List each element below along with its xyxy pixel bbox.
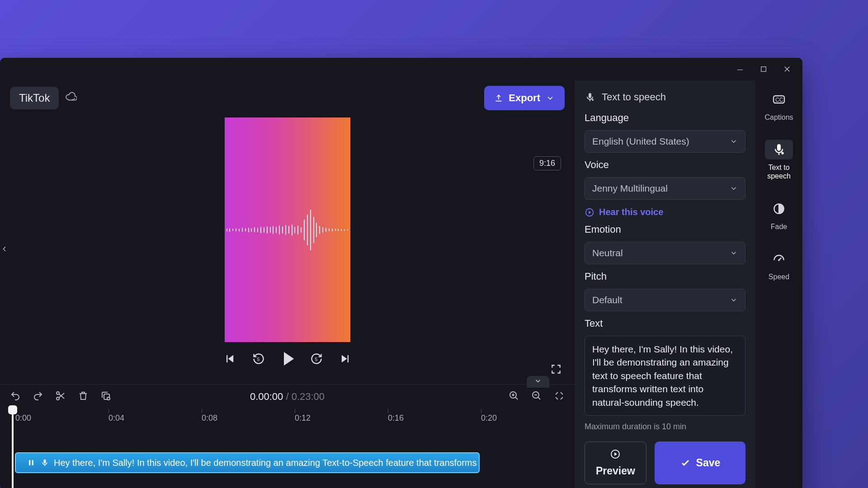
voice-select[interactable]: Jenny Multilingual (585, 177, 745, 200)
duplicate-button[interactable] (100, 390, 111, 403)
microphone-icon (772, 142, 786, 157)
svg-point-6 (57, 392, 59, 394)
split-button[interactable] (55, 390, 66, 403)
ruler-tick: 0:00 (15, 413, 31, 423)
zoom-in-button[interactable] (509, 390, 519, 403)
ruler-tick: 0:12 (295, 413, 311, 423)
timeline: 0.00:00 / 0.23:00 0:00 0:04 0:08 0:12 0:… (0, 384, 575, 488)
waveform-graphic (225, 203, 350, 257)
export-label: Export (509, 92, 540, 104)
svg-rect-15 (589, 93, 591, 98)
rewind-5-button[interactable]: 5 (252, 352, 265, 366)
svg-point-24 (778, 259, 780, 261)
delete-button[interactable] (78, 390, 89, 403)
tts-panel: Text to speech Language English (United … (575, 80, 755, 488)
pitch-value: Default (592, 295, 623, 305)
clip-text: Hey there, I'm Sally! In this video, I'l… (54, 458, 480, 468)
forward-5-button[interactable]: 5 (310, 352, 323, 366)
microphone-icon (585, 92, 595, 103)
svg-rect-21 (777, 144, 781, 151)
pitch-select[interactable]: Default (585, 289, 745, 311)
svg-rect-12 (29, 460, 30, 465)
rail-captions[interactable]: CC Captions (763, 86, 795, 125)
playhead[interactable] (12, 409, 14, 488)
chevron-down-icon (730, 137, 738, 145)
pitch-label: Pitch (585, 271, 745, 282)
preview-button[interactable]: Preview (585, 441, 646, 484)
editor-header: TikTok Export (0, 80, 575, 116)
language-label: Language (585, 112, 745, 124)
preview-label: Preview (596, 465, 635, 477)
tts-hint: Maximum duration is 10 min (585, 422, 745, 432)
chevron-down-icon (730, 184, 738, 192)
timeline-toolbar: 0.00:00 / 0.23:00 (0, 385, 575, 409)
svg-text:5: 5 (315, 357, 317, 362)
speed-icon (772, 252, 786, 266)
preview-canvas[interactable] (225, 117, 350, 342)
chevron-down-icon (730, 296, 738, 304)
ruler-tick: 0:20 (481, 413, 497, 423)
svg-text:CC: CC (775, 97, 783, 103)
svg-point-7 (57, 397, 59, 400)
tts-panel-header: Text to speech (585, 91, 745, 103)
play-circle-icon (610, 449, 621, 460)
collapse-left-button[interactable] (0, 235, 10, 264)
hear-voice-button[interactable]: Hear this voice (585, 207, 745, 217)
voice-value: Jenny Multilingual (592, 183, 668, 194)
microphone-icon (40, 458, 49, 467)
undo-button[interactable] (10, 390, 21, 403)
redo-button[interactable] (33, 390, 43, 403)
language-select[interactable]: English (United States) (585, 130, 745, 153)
rail-fade[interactable]: Fade (763, 195, 795, 235)
project-name-pill[interactable]: TikTok (10, 87, 59, 109)
svg-text:5: 5 (257, 357, 259, 362)
zoom-out-button[interactable] (531, 390, 542, 403)
svg-point-16 (592, 99, 594, 101)
next-frame-button[interactable] (339, 352, 352, 366)
aspect-ratio-badge[interactable]: 9:16 (533, 156, 561, 170)
timeline-ruler[interactable]: 0:00 0:04 0:08 0:12 0:16 0:20 (0, 409, 575, 429)
ruler-tick: 0:04 (108, 413, 124, 423)
chevron-down-icon (546, 94, 555, 103)
tts-text-input[interactable]: Hey there, I'm Sally! In this video, I'l… (585, 336, 745, 416)
voice-label: Voice (585, 159, 745, 171)
svg-rect-13 (32, 460, 33, 465)
rail-speed[interactable]: Speed (763, 245, 795, 285)
prev-frame-button[interactable] (223, 352, 236, 366)
rail-text-to-speech[interactable]: Text to speech (763, 136, 795, 184)
zoom-fit-button[interactable] (554, 390, 565, 403)
fullscreen-button[interactable] (550, 363, 562, 377)
tts-panel-title: Text to speech (602, 91, 666, 103)
svg-point-22 (781, 152, 783, 155)
language-value: English (United States) (592, 136, 689, 147)
transport-controls: 5 5 (223, 342, 352, 372)
tts-clip[interactable]: Hey there, I'm Sally! In this video, I'l… (15, 452, 480, 473)
right-rail: CC Captions Text to speech Fade Speed (755, 80, 802, 488)
svg-rect-1 (761, 67, 766, 72)
save-button[interactable]: Save (655, 441, 745, 484)
ruler-tick: 0:16 (388, 413, 404, 423)
svg-rect-14 (44, 460, 46, 464)
save-label: Save (696, 457, 721, 469)
hear-voice-label: Hear this voice (599, 207, 663, 217)
minimize-button[interactable] (736, 65, 745, 74)
timeline-tracks[interactable]: Hey there, I'm Sally! In this video, I'l… (0, 429, 575, 488)
play-circle-icon (585, 207, 594, 217)
preview-area: 9:16 5 5 (0, 116, 575, 384)
maximize-button[interactable] (759, 65, 768, 74)
emotion-label: Emotion (585, 224, 745, 235)
play-button[interactable] (281, 352, 294, 366)
chevron-down-icon (730, 249, 738, 257)
emotion-select[interactable]: Neutral (585, 242, 745, 264)
cloud-sync-icon[interactable] (65, 91, 77, 105)
check-icon (680, 457, 691, 468)
window-titlebar (0, 58, 802, 80)
pause-icon (27, 458, 36, 467)
fade-icon (772, 202, 786, 216)
upload-icon (494, 94, 503, 103)
captions-icon: CC (772, 92, 786, 107)
close-button[interactable] (783, 65, 792, 74)
time-readout: 0.00:00 / 0.23:00 (250, 391, 325, 403)
export-button[interactable]: Export (484, 86, 565, 110)
text-label: Text (585, 318, 745, 329)
